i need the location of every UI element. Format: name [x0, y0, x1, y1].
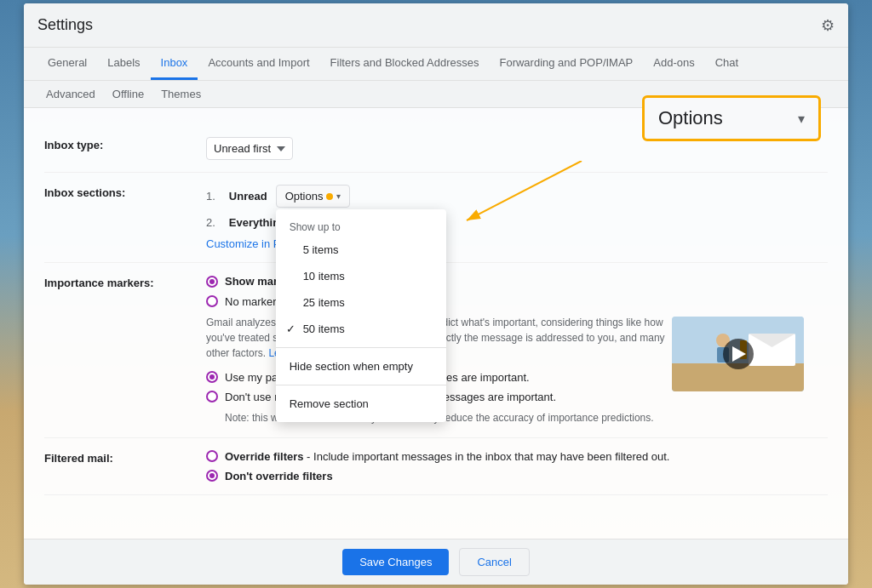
inbox-type-select[interactable]: Unread first: [206, 137, 293, 160]
tab-inbox[interactable]: Inbox: [151, 48, 198, 80]
dropdown-item-hide[interactable]: Hide section when empty: [276, 353, 446, 380]
settings-title: Settings: [37, 16, 821, 34]
inbox-sections-row: Inbox sections: 1. Unread Options ▾: [44, 173, 828, 263]
dropdown-item-25[interactable]: 25 items: [276, 289, 446, 316]
play-button[interactable]: [723, 339, 754, 369]
radio-inner-2: [209, 374, 215, 380]
gear-icon[interactable]: ⚙: [821, 16, 835, 35]
importance-markers-label: Importance markers:: [44, 275, 189, 289]
dropdown-item-10[interactable]: 10 items: [276, 263, 446, 289]
radio-inner: [209, 279, 215, 284]
override-radio[interactable]: [206, 450, 218, 462]
inbox-sections-content: 1. Unread Options ▾ Show up to 5 i: [206, 185, 828, 250]
options-dropdown: Show up to 5 items 10 items 25 items 50 …: [276, 209, 446, 422]
inbox-sections-label: Inbox sections:: [44, 185, 189, 199]
big-options-label: Options: [658, 107, 723, 129]
filtered-mail-content: Override filters - Include important mes…: [206, 450, 828, 482]
no-markers-radio[interactable]: [206, 295, 218, 307]
tab-addons[interactable]: Add-ons: [643, 48, 704, 80]
filtered-mail-radio-group: Override filters - Include important mes…: [206, 450, 828, 482]
big-options-highlight[interactable]: Options ▾: [642, 95, 821, 141]
options-label: Options: [285, 190, 324, 203]
tab-forwarding[interactable]: Forwarding and POP/IMAP: [489, 48, 643, 80]
settings-footer: Save Changes Cancel: [24, 539, 848, 585]
tab-accounts[interactable]: Accounts and Import: [198, 48, 319, 80]
section-list: 1. Unread Options ▾ Show up to 5 i: [206, 185, 828, 250]
big-options-chevron-icon: ▾: [798, 111, 805, 127]
tab-labels[interactable]: Labels: [97, 48, 150, 80]
dropdown-divider-2: [276, 385, 446, 385]
cancel-button[interactable]: Cancel: [459, 548, 529, 576]
dropdown-item-remove[interactable]: Remove section: [276, 391, 446, 417]
settings-panel: Settings ⚙ General Labels Inbox Accounts…: [24, 3, 848, 585]
filtered-mail-label: Filtered mail:: [44, 450, 189, 465]
options-button[interactable]: Options ▾: [276, 185, 351, 208]
no-override-label: Don't override filters: [225, 470, 333, 482]
settings-header: Settings ⚙: [24, 3, 848, 48]
radio-inner-3: [209, 473, 215, 478]
dropdown-section-title: Show up to: [276, 214, 446, 237]
use-past-radio[interactable]: [206, 371, 218, 383]
sub-tab-advanced[interactable]: Advanced: [37, 81, 104, 107]
no-override-radio[interactable]: [206, 470, 218, 482]
chevron-down-icon: ▾: [336, 191, 341, 201]
section-1-name: Unread: [229, 190, 267, 203]
primary-tab-nav: General Labels Inbox Accounts and Import…: [24, 48, 848, 81]
dont-use-past-radio[interactable]: [206, 391, 218, 402]
video-thumbnail[interactable]: [672, 317, 804, 391]
options-btn-wrapper: Options ▾ Show up to 5 items 10 items 25…: [276, 185, 351, 208]
section-1-number: 1.: [206, 190, 215, 203]
no-override-row: Don't override filters: [206, 470, 828, 482]
tab-chat[interactable]: Chat: [705, 48, 749, 80]
inbox-type-label: Inbox type:: [44, 137, 189, 151]
tab-filters[interactable]: Filters and Blocked Addresses: [320, 48, 490, 80]
dropdown-item-5[interactable]: 5 items: [276, 237, 446, 263]
save-changes-button[interactable]: Save Changes: [342, 549, 449, 575]
play-icon: [732, 346, 746, 362]
options-dot: [326, 193, 333, 200]
no-markers-label: No markers: [225, 295, 282, 308]
section-row-1: 1. Unread Options ▾ Show up to 5 i: [206, 185, 828, 208]
show-markers-radio[interactable]: [206, 276, 218, 288]
override-label: Override filters - Include important mes…: [225, 450, 669, 463]
sub-tab-offline[interactable]: Offline: [104, 81, 152, 107]
dropdown-divider: [276, 347, 446, 348]
override-row: Override filters - Include important mes…: [206, 450, 828, 463]
section-2-number: 2.: [206, 216, 215, 229]
tab-general[interactable]: General: [37, 48, 97, 80]
filtered-mail-row: Filtered mail: Override filters - Includ…: [44, 438, 828, 495]
sub-tab-themes[interactable]: Themes: [152, 81, 209, 107]
dropdown-item-50[interactable]: 50 items: [276, 316, 446, 342]
